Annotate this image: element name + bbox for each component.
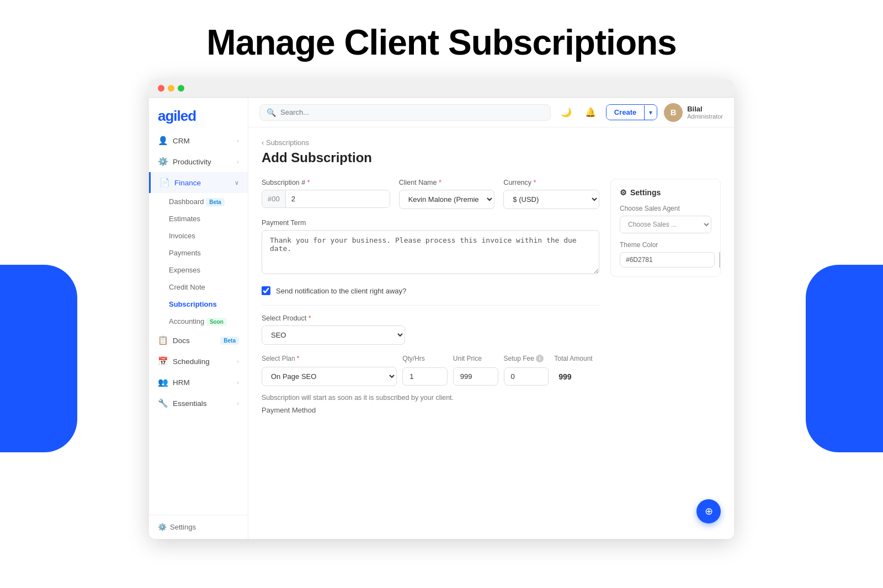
top-bar-icons: 🌙 🔔 Create ▾ B Bilal Administrator	[557, 103, 723, 122]
user-menu[interactable]: B Bilal Administrator	[664, 103, 723, 122]
page-title: Add Subscription	[262, 150, 721, 165]
hrm-icon: 👥	[158, 377, 168, 387]
breadcrumb-parent: Subscriptions	[266, 138, 309, 147]
essentials-arrow-icon: ›	[237, 400, 239, 407]
sales-agent-select[interactable]: Choose Sales ...	[620, 216, 711, 233]
sidebar-item-crm[interactable]: 👤 CRM ›	[149, 130, 248, 151]
browser-chrome	[149, 79, 734, 98]
app-layout: agiled 👤 CRM › ⚙️ Productivity	[149, 98, 734, 539]
form-sidebar: ⚙ Settings Choose Sales Agent Choose Sal…	[610, 179, 721, 414]
scheduling-icon: 📅	[158, 356, 168, 366]
sidebar-sub-invoices[interactable]: Invoices	[149, 227, 248, 244]
create-button-group: Create ▾	[606, 104, 657, 120]
notification-checkbox-row: Send notification to the client right aw…	[262, 286, 599, 295]
currency-group: Currency * $ (USD)	[503, 179, 599, 209]
dashboard-beta-badge: Beta	[206, 198, 225, 206]
finance-label: Finance	[174, 179, 201, 187]
select-product-label: Select Product *	[262, 314, 599, 322]
dot-yellow[interactable]	[168, 85, 174, 92]
page-content: ‹ Subscriptions Add Subscription Subscri…	[248, 127, 734, 425]
search-input[interactable]	[280, 108, 544, 116]
unit-price-input[interactable]	[453, 367, 498, 386]
plan-table: Select Plan * Qty/Hrs Unit Price	[262, 355, 599, 386]
fab-icon: ⊕	[705, 505, 713, 517]
unit-price-col-header: Unit Price	[453, 355, 498, 362]
subscription-num-input[interactable]	[286, 190, 390, 207]
fab-button[interactable]: ⊕	[696, 499, 721, 523]
qty-col-header: Qty/Hrs	[402, 355, 448, 362]
sidebar-sub-dashboard[interactable]: Dashboard Beta	[149, 193, 248, 210]
accounting-soon-badge: Soon	[206, 318, 227, 326]
settings-label: Settings	[170, 523, 196, 531]
client-name-group: Client Name * Kevin Malone (Premier Indu…	[399, 179, 495, 209]
setup-fee-info-icon[interactable]: i	[536, 355, 544, 362]
hrm-arrow-icon: ›	[237, 379, 239, 386]
currency-select[interactable]: $ (USD)	[503, 190, 599, 209]
essentials-icon: 🔧	[158, 398, 168, 408]
client-name-label: Client Name *	[399, 179, 495, 186]
qty-input[interactable]	[402, 367, 448, 386]
currency-label: Currency *	[503, 179, 599, 186]
dot-red[interactable]	[158, 85, 164, 92]
docs-icon: 📋	[158, 335, 168, 345]
dark-mode-toggle[interactable]: 🌙	[557, 104, 575, 121]
sidebar-settings[interactable]: ⚙️ Settings	[149, 515, 248, 539]
sidebar-item-scheduling[interactable]: 📅 Scheduling ›	[149, 351, 248, 372]
settings-panel-gear-icon: ⚙	[620, 188, 627, 197]
sidebar-item-hrm[interactable]: 👥 HRM ›	[149, 372, 248, 393]
theme-color-label: Theme Color	[620, 241, 711, 249]
dot-green[interactable]	[178, 85, 184, 92]
select-product-group: Select Product * SEO	[262, 314, 599, 345]
sidebar-sub-accounting[interactable]: Accounting Soon	[149, 313, 248, 330]
plan-select[interactable]: On Page SEO	[262, 367, 397, 386]
sidebar-item-essentials[interactable]: 🔧 Essentials ›	[149, 393, 248, 414]
avatar: B	[664, 103, 683, 122]
user-details: Bilal Administrator	[687, 105, 723, 120]
productivity-arrow-icon: ›	[237, 158, 239, 165]
crm-icon: 👤	[158, 136, 168, 146]
payment-term-label: Payment Term	[262, 219, 599, 227]
sidebar-sub-payments[interactable]: Payments	[149, 244, 248, 261]
sidebar-item-docs[interactable]: 📋 Docs Beta	[149, 330, 248, 351]
breadcrumb[interactable]: ‹ Subscriptions	[262, 138, 721, 147]
sidebar-sub-credit-note[interactable]: Credit Note	[149, 279, 248, 296]
setup-fee-input[interactable]	[504, 367, 549, 386]
user-name: Bilal	[687, 105, 723, 113]
settings-panel-title: ⚙ Settings	[620, 188, 711, 197]
subscription-note: Subscription will start as soon as it is…	[262, 394, 599, 402]
form-layout: Subscription # * #00 Client Name *	[262, 179, 721, 414]
sales-agent-label: Choose Sales Agent	[620, 205, 711, 212]
sidebar: agiled 👤 CRM › ⚙️ Productivity	[149, 98, 248, 539]
settings-gear-icon: ⚙️	[158, 523, 167, 531]
breadcrumb-arrow: ‹	[262, 138, 264, 147]
finance-icon: 📄	[159, 178, 170, 188]
subscription-num-field: #00	[262, 190, 390, 208]
setup-fee-col-header: Setup Fee i	[504, 355, 549, 362]
create-dropdown-button[interactable]: ▾	[644, 105, 657, 120]
theme-color-swatch[interactable]	[719, 252, 720, 268]
search-icon: 🔍	[267, 108, 276, 117]
productivity-icon: ⚙️	[158, 157, 168, 167]
finance-chevron-icon: ∨	[235, 179, 239, 186]
sidebar-item-productivity[interactable]: ⚙️ Productivity ›	[149, 151, 248, 172]
productivity-label: Productivity	[173, 158, 211, 166]
sidebar-sub-expenses[interactable]: Expenses	[149, 261, 248, 279]
sidebar-sub-subscriptions[interactable]: Subscriptions	[149, 296, 248, 313]
notification-checkbox[interactable]	[262, 286, 270, 295]
notifications-button[interactable]: 🔔	[582, 104, 599, 121]
docs-beta-badge: Beta	[220, 336, 239, 345]
product-select[interactable]: SEO	[262, 325, 405, 345]
payment-method-label: Payment Method	[262, 406, 599, 414]
create-button[interactable]: Create	[607, 105, 644, 120]
sidebar-item-finance[interactable]: 📄 Finance ∨	[149, 172, 248, 193]
plan-table-header: Select Plan * Qty/Hrs Unit Price	[262, 355, 599, 362]
divider	[262, 305, 599, 306]
search-box[interactable]: 🔍	[259, 104, 551, 121]
theme-color-input[interactable]	[620, 252, 715, 268]
sidebar-sub-estimates[interactable]: Estimates	[149, 210, 248, 227]
payment-term-textarea[interactable]: Thank you for your business. Please proc…	[262, 230, 599, 274]
client-name-select[interactable]: Kevin Malone (Premier Industries)	[399, 190, 495, 209]
page-hero-title: Manage Client Subscriptions	[0, 0, 883, 79]
settings-panel: ⚙ Settings Choose Sales Agent Choose Sal…	[610, 179, 721, 277]
theme-color-row	[620, 252, 711, 268]
